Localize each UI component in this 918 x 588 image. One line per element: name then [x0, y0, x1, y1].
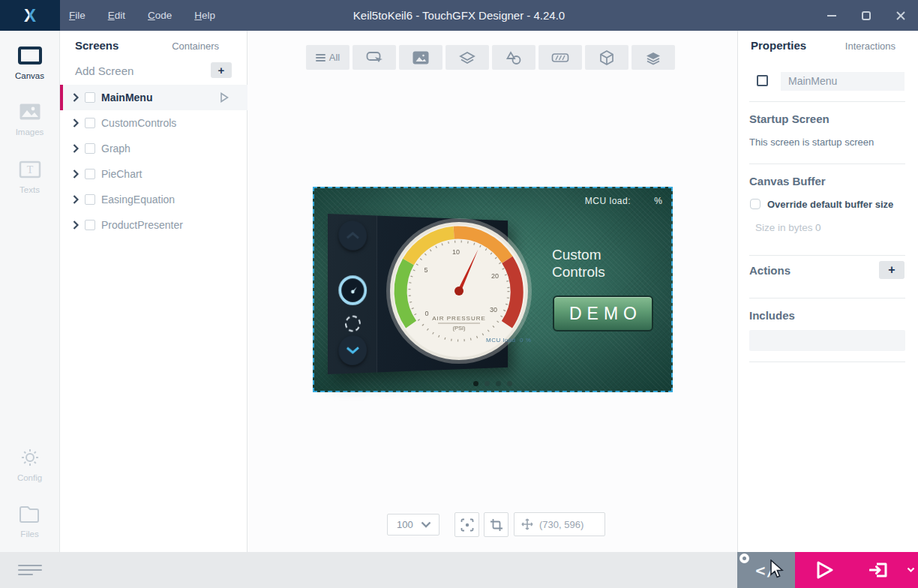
expand-chevron-icon[interactable]	[73, 170, 79, 178]
override-buffer-checkbox[interactable]	[750, 199, 760, 209]
bottom-status-strip	[0, 552, 737, 588]
svg-text:AIR PRESSURE: AIR PRESSURE	[432, 315, 486, 322]
screen-checkbox[interactable]	[85, 143, 95, 154]
screen-name[interactable]: MainMenu	[101, 92, 152, 104]
run-options-dropdown[interactable]	[903, 552, 918, 588]
run-target-button[interactable]	[855, 552, 903, 588]
title-bar: XX Keil5toKeil6 - TouchGFX Designer - 4.…	[0, 0, 918, 31]
designer-canvas-screen[interactable]: MCU load: %	[313, 187, 673, 392]
rail-item-texts[interactable]: T Texts	[0, 157, 59, 194]
screen-checkbox[interactable]	[85, 169, 95, 179]
expand-chevron-icon[interactable]	[73, 118, 79, 128]
screen-row-piechart[interactable]: PieChart	[60, 161, 248, 187]
cube-icon	[598, 50, 615, 66]
scroll-down-button[interactable]	[338, 335, 367, 366]
touchgfx-logo: XX	[0, 0, 60, 31]
bottom-menu-icon[interactable]	[18, 565, 42, 578]
rail-item-config[interactable]: Config	[0, 445, 59, 482]
screen-name[interactable]: PieChart	[101, 168, 142, 180]
screen-name[interactable]: EasingEquation	[101, 194, 175, 206]
expand-chevron-icon[interactable]	[73, 93, 79, 102]
includes-input[interactable]	[749, 330, 905, 351]
zoom-level-select[interactable]: 100	[387, 514, 440, 536]
divider	[749, 164, 905, 164]
screen-row-graph[interactable]: Graph	[60, 136, 248, 161]
rail-item-canvas[interactable]: Canvas	[0, 43, 59, 80]
screen-name[interactable]: Graph	[101, 142, 130, 154]
widgets-all-button[interactable]: All	[306, 45, 350, 70]
screen-row-easingequation[interactable]: EasingEquation	[60, 187, 248, 212]
widgets-containers-button[interactable]	[446, 45, 489, 70]
maximize-button[interactable]	[849, 0, 884, 31]
tab-screens[interactable]: Screens	[75, 39, 118, 52]
screen-row-mainmenu[interactable]: MainMenu	[60, 85, 248, 110]
selected-indicator	[60, 85, 63, 110]
menu-help[interactable]: Help	[194, 10, 215, 21]
screen-name-field[interactable]: MainMenu	[781, 72, 904, 91]
menu-edit[interactable]: Edit	[108, 10, 125, 21]
screen-name[interactable]: CustomControls	[101, 117, 176, 129]
page-dot[interactable]	[484, 381, 490, 386]
progress-bar-icon	[551, 52, 569, 64]
screen-select-checkbox[interactable]	[757, 75, 768, 86]
scroll-up-button[interactable]	[338, 220, 367, 251]
images-icon	[0, 99, 59, 124]
menu-file[interactable]: File	[69, 10, 86, 21]
tab-interactions[interactable]: Interactions	[845, 40, 896, 52]
page-dot[interactable]	[473, 381, 478, 386]
button-widget-icon	[366, 50, 382, 65]
widgets-images-button[interactable]	[399, 45, 442, 70]
widgets-buttons-button[interactable]	[352, 45, 396, 70]
demo-button[interactable]: DEMO	[553, 296, 653, 332]
page-dot[interactable]	[496, 381, 501, 386]
tab-containers[interactable]: Containers	[172, 40, 219, 52]
override-buffer-label[interactable]: Override default buffer size	[767, 199, 893, 210]
rail-item-images[interactable]: Images	[0, 99, 59, 136]
chevron-down-icon	[907, 567, 915, 573]
folder-icon	[0, 501, 59, 526]
run-screen-icon[interactable]	[220, 92, 229, 103]
gauge-tab-button[interactable]	[338, 275, 367, 305]
coordinates-value: (730, 596)	[539, 519, 584, 530]
screen-row-customcontrols[interactable]: CustomControls	[60, 110, 248, 136]
widget-toolbar: All	[306, 45, 675, 70]
canvas-area: All MCU lo	[248, 31, 737, 552]
run-simulator-button[interactable]	[795, 552, 855, 588]
close-button[interactable]	[884, 0, 918, 31]
screen-checkbox[interactable]	[85, 220, 95, 230]
screen-checkbox[interactable]	[85, 194, 95, 205]
add-screen-button[interactable]: +	[211, 62, 232, 78]
expand-chevron-icon[interactable]	[73, 144, 79, 153]
expand-chevron-icon[interactable]	[73, 220, 79, 230]
air-pressure-gauge: 0 5 10 20 30 AIR PRESSURE (PSI)	[384, 216, 534, 366]
widgets-shapes-button[interactable]	[492, 45, 536, 70]
page-dot[interactable]	[507, 381, 512, 386]
widgets-miscellaneous-button[interactable]	[585, 45, 628, 70]
list-icon	[316, 52, 326, 63]
screen-name[interactable]: ProductPresenter	[101, 219, 183, 231]
canvas-icon	[0, 43, 59, 68]
play-icon	[816, 560, 834, 580]
menu-code[interactable]: Code	[148, 10, 172, 21]
chevron-up-icon	[346, 232, 360, 239]
divider	[749, 101, 905, 102]
mouse-cursor	[770, 560, 786, 580]
screen-row-productpresenter[interactable]: ProductPresenter	[60, 212, 248, 238]
tab-properties[interactable]: Properties	[751, 39, 806, 52]
widgets-custom-button[interactable]	[632, 45, 675, 70]
expand-chevron-icon[interactable]	[73, 195, 79, 204]
center-canvas-button[interactable]	[454, 512, 479, 537]
size-in-bytes-label: Size in bytes	[755, 222, 813, 233]
refresh-indicator-icon[interactable]	[345, 316, 361, 332]
touchgfx-designer-window: XX Keil5toKeil6 - TouchGFX Designer - 4.…	[0, 0, 918, 588]
minimize-button[interactable]	[814, 0, 849, 31]
add-action-button[interactable]: +	[879, 261, 904, 279]
left-navigation-rail: Canvas Images T Texts Config	[0, 31, 60, 552]
screens-panel: Screens Containers Add Screen + MainMenu…	[60, 31, 248, 552]
screen-checkbox[interactable]	[85, 92, 95, 103]
screen-checkbox[interactable]	[85, 118, 95, 128]
menu-bar: File Edit Code Help	[69, 0, 215, 31]
rail-item-files[interactable]: Files	[0, 501, 59, 538]
crop-canvas-button[interactable]	[484, 512, 508, 537]
widgets-progress-button[interactable]	[538, 45, 582, 70]
